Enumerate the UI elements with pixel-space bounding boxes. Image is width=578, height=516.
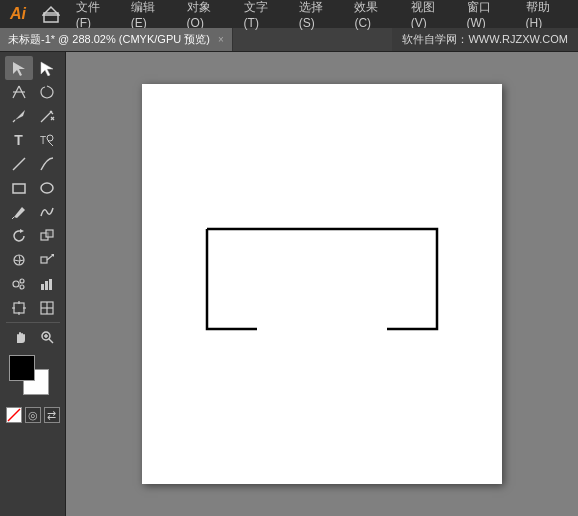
- tool-row-8: [0, 224, 65, 248]
- touch-type-tool[interactable]: T: [33, 128, 61, 152]
- svg-rect-29: [45, 281, 48, 290]
- u-shape-drawing: [197, 219, 447, 349]
- canvas-area[interactable]: [66, 52, 578, 516]
- svg-line-7: [13, 120, 15, 122]
- tab-close-button[interactable]: ×: [218, 34, 224, 45]
- svg-line-23: [47, 255, 53, 260]
- menu-bar: Ai 文件(F)编辑(E)对象(O)文字(T)选择(S)效果(C)视图(V)窗口…: [0, 0, 578, 28]
- svg-rect-20: [46, 230, 53, 237]
- tab-bar: 未标题-1* @ 288.02% (CMYK/GPU 预览) × 软件自学网：W…: [0, 28, 578, 52]
- svg-point-26: [20, 279, 24, 283]
- rotate-tool[interactable]: [5, 224, 33, 248]
- svg-point-16: [41, 183, 53, 193]
- slice-tool[interactable]: [33, 296, 61, 320]
- tool-row-5: [0, 152, 65, 176]
- reshape-tool[interactable]: [33, 248, 61, 272]
- main-layout: T T: [0, 52, 578, 516]
- menu-item-s[interactable]: 选择(S): [291, 0, 347, 32]
- line-tool[interactable]: [5, 152, 33, 176]
- zoom-tool[interactable]: [33, 325, 61, 349]
- menu-items: 文件(F)编辑(E)对象(O)文字(T)选择(S)效果(C)视图(V)窗口(W)…: [68, 0, 574, 32]
- type-tool[interactable]: T: [5, 128, 33, 152]
- svg-rect-31: [14, 303, 24, 313]
- tool-separator: [6, 322, 60, 323]
- none-color-icon[interactable]: [6, 407, 22, 423]
- small-icons-row: ◎ ⇄: [6, 407, 60, 423]
- magic-wand-tool[interactable]: [5, 80, 33, 104]
- hand-tool[interactable]: [5, 325, 33, 349]
- active-tab[interactable]: 未标题-1* @ 288.02% (CMYK/GPU 预览) ×: [0, 28, 233, 51]
- canvas: [142, 84, 502, 484]
- menu-item-t[interactable]: 文字(T): [236, 0, 291, 32]
- rect-tool[interactable]: [5, 176, 33, 200]
- add-anchor-tool[interactable]: [33, 104, 61, 128]
- svg-rect-28: [41, 284, 44, 290]
- toolbar: T T: [0, 52, 66, 516]
- svg-line-17: [12, 217, 14, 219]
- active-tab-label: 未标题-1* @ 288.02% (CMYK/GPU 预览): [8, 32, 210, 47]
- arc-tool[interactable]: [33, 152, 61, 176]
- svg-point-27: [20, 285, 24, 289]
- select-tool[interactable]: [5, 56, 33, 80]
- svg-rect-15: [13, 184, 25, 193]
- tool-row-7: [0, 200, 65, 224]
- tool-row-4: T T: [0, 128, 65, 152]
- pencil-tool[interactable]: [5, 200, 33, 224]
- app-logo: Ai: [4, 5, 32, 23]
- menu-item-h[interactable]: 帮助(H): [518, 0, 574, 32]
- menu-item-w[interactable]: 窗口(W): [459, 0, 518, 32]
- svg-line-14: [13, 158, 25, 170]
- tool-row-12: [0, 325, 65, 349]
- artboard-tool[interactable]: [5, 296, 33, 320]
- svg-text:T: T: [40, 135, 46, 146]
- symbol-tool[interactable]: [5, 272, 33, 296]
- svg-line-43: [8, 409, 20, 421]
- warp-tool[interactable]: [5, 248, 33, 272]
- scale-tool[interactable]: [33, 224, 61, 248]
- color-swatches: [9, 355, 57, 403]
- home-icon[interactable]: [40, 3, 62, 25]
- svg-marker-3: [41, 62, 53, 76]
- color-area: ◎ ⇄: [2, 351, 64, 427]
- svg-rect-22: [41, 257, 47, 263]
- svg-point-25: [13, 281, 19, 287]
- column-graph-tool[interactable]: [33, 272, 61, 296]
- tool-row-11: [0, 296, 65, 320]
- ellipse-tool[interactable]: [33, 176, 61, 200]
- tool-row-9: [0, 248, 65, 272]
- svg-line-12: [48, 141, 53, 146]
- swap-colors-icon[interactable]: ⇄: [44, 407, 60, 423]
- tool-row-2: [0, 80, 65, 104]
- menu-item-v[interactable]: 视图(V): [403, 0, 459, 32]
- fill-swatch[interactable]: [9, 355, 35, 381]
- lasso-tool[interactable]: [33, 80, 61, 104]
- menu-item-e[interactable]: 编辑(E): [123, 0, 179, 32]
- svg-line-40: [49, 339, 53, 343]
- tool-row-6: [0, 176, 65, 200]
- direct-select-tool[interactable]: [33, 56, 61, 80]
- svg-marker-18: [20, 229, 24, 233]
- svg-marker-1: [43, 7, 59, 15]
- tool-row-10: [0, 272, 65, 296]
- menu-item-f[interactable]: 文件(F): [68, 0, 123, 32]
- pen-tool[interactable]: [5, 104, 33, 128]
- svg-marker-2: [13, 62, 25, 76]
- right-tab-label: 软件自学网：WWW.RJZXW.COM: [402, 32, 568, 47]
- tool-row-1: [0, 56, 65, 80]
- smooth-tool[interactable]: [33, 200, 61, 224]
- right-tab: 软件自学网：WWW.RJZXW.COM: [392, 28, 578, 51]
- menu-item-o[interactable]: 对象(O): [179, 0, 236, 32]
- svg-point-13: [47, 135, 53, 141]
- tool-row-3: [0, 104, 65, 128]
- menu-item-c[interactable]: 效果(C): [346, 0, 402, 32]
- svg-rect-30: [49, 279, 52, 290]
- default-colors-icon[interactable]: ◎: [25, 407, 41, 423]
